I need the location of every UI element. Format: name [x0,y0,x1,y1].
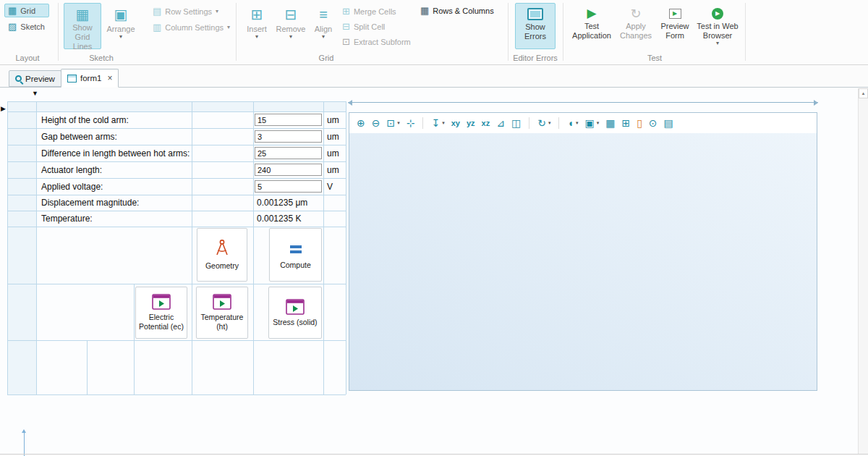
sketch-icon: ▨ [8,22,17,31]
zoom-in-icon[interactable]: ⊕ [357,117,365,129]
tab-form1[interactable]: form1 × [61,69,119,88]
height-cold-arm-input[interactable] [255,114,322,126]
gap-between-arms-input[interactable] [255,130,322,143]
field-label: Actuator length: [41,161,102,178]
tab-close-icon[interactable]: × [107,73,112,83]
status-bar-divider [0,454,868,455]
row-marker-icon[interactable]: ▶ [1,106,6,112]
zoom-extents-icon[interactable]: ⊹ [407,117,415,129]
align-button[interactable]: ≡ Align ▾ [310,3,337,49]
electric-potential-button[interactable]: Electric Potential (ec) [135,287,187,339]
play-sound-icon[interactable]: ◖ [567,117,573,129]
merge-cells-icon: ⊞ [342,7,350,16]
view-xy-icon[interactable]: xy [451,119,460,127]
group-separator [563,3,563,61]
show-grid-icon[interactable]: ▦ [605,117,615,129]
rotate-icon[interactable]: ↻ [537,117,546,129]
ribbon: ▦ Grid ▨ Sketch Layout ▦ Show Grid Lines… [0,0,868,65]
rows-columns-label: Rows & Columns [433,7,493,15]
scroll-up-button[interactable]: ▴ [859,88,868,98]
form-icon [67,75,77,83]
tab-preview[interactable]: Preview [9,70,61,87]
rows-columns-icon: ▦ [420,6,429,15]
graphics-width-indicator [348,102,818,103]
tab-bar: Preview form1 × [0,65,868,88]
extract-subform-button[interactable]: ⊡ Extract Subform [339,35,424,48]
sketch-group-label: Sketch [61,54,141,62]
grid-mode-button[interactable]: ▦ Grid [4,4,49,17]
show-grid-lines-icon: ▦ [76,6,90,23]
row-settings-dropdown-icon: ▾ [216,8,218,14]
snapshot-icon[interactable]: ⊙ [649,117,658,129]
view-yz-icon[interactable]: yz [467,119,475,127]
row-settings-button[interactable]: ▤ Row Settings ▾ [149,4,230,18]
applied-voltage-input[interactable] [255,180,322,193]
print-icon[interactable]: ▤ [664,117,673,129]
toolbar-separator [422,117,423,129]
stress-button[interactable]: Stress (solid) [268,287,322,339]
split-cell-label: Split Cell [354,22,385,31]
remove-dropdown-icon: ▾ [289,34,292,40]
column-marker-icon[interactable]: ▼ [32,90,38,97]
field-label: Applied voltage: [41,178,103,195]
column-settings-button[interactable]: ▥ Column Settings ▾ [149,20,237,34]
apply-changes-button[interactable]: ↻ Apply Changes [616,3,655,49]
group-separator [745,3,746,61]
default-view-dropdown-icon[interactable]: ▾ [442,120,445,126]
split-cell-button[interactable]: ⊟ Split Cell [339,20,411,33]
plot-window-icon [152,294,171,310]
group-separator [508,3,509,61]
zoom-out-icon[interactable]: ⊖ [372,117,380,129]
show-errors-icon [527,8,543,20]
show-errors-button[interactable]: Show Errors [515,3,556,49]
field-label: Gap between arms: [41,128,117,145]
zoom-box-icon[interactable]: ⊡ [386,117,395,129]
show-grid-lines-label: Show Grid Lines [64,23,101,51]
group-separator [58,3,59,61]
merge-cells-button[interactable]: ⊞ Merge Cells [339,4,411,18]
equals-icon [287,240,305,258]
graphics-canvas[interactable] [349,133,817,390]
go-to-default-view-icon[interactable]: ↧ [431,117,440,129]
view-axonometric-icon[interactable]: ⊿ [496,117,505,129]
grid-group-label: Grid [286,54,366,62]
show-errors-label: Show Errors [516,22,555,41]
color-legend-icon[interactable]: ▯ [637,117,642,129]
group-separator [236,3,237,61]
split-cell-icon: ⊟ [342,22,350,31]
insert-button[interactable]: ⊞ Insert ▾ [242,3,272,49]
test-in-web-browser-icon: ▶ [712,8,723,20]
rotate-dropdown-icon[interactable]: ▾ [548,120,551,126]
temperature-button-label: Temperature (ht) [197,313,247,331]
zoom-box-dropdown-icon[interactable]: ▾ [397,120,400,126]
apply-changes-label: Apply Changes [617,22,655,41]
scene-dropdown-icon[interactable]: ▾ [597,120,600,126]
actuator-length-input[interactable] [255,164,322,176]
rows-columns-button[interactable]: ▦ Rows & Columns [417,4,505,17]
table-annotation-icon[interactable]: ⊞ [621,117,630,129]
scene-options-icon[interactable]: ▣ [584,117,594,129]
hot-arm-length-difference-input[interactable] [255,147,322,159]
sketch-mode-label: Sketch [20,22,45,31]
align-dropdown-icon: ▾ [322,34,325,40]
view-xz-icon[interactable]: xz [482,119,490,127]
remove-button[interactable]: ⊟ Remove ▾ [274,3,307,49]
sound-dropdown-icon[interactable]: ▾ [576,120,579,126]
preview-form-label: Preview Form [658,22,692,41]
arrange-button[interactable]: ▣ Arrange ▾ [104,3,137,49]
temperature-value: 0.001235 K [257,211,301,227]
row-height-indicator[interactable] [24,430,25,456]
preview-form-button[interactable]: ▶ Preview Form [657,3,693,49]
column-settings-dropdown-icon: ▾ [227,24,230,30]
vertical-scrollbar[interactable]: ▴ [858,88,868,454]
compute-button[interactable]: Compute [269,228,322,282]
temperature-button[interactable]: Temperature (ht) [196,287,248,339]
grid-mode-label: Grid [20,7,35,15]
sketch-mode-button[interactable]: ▨ Sketch [4,20,49,33]
geometry-button[interactable]: Geometry [197,228,247,282]
show-grid-lines-button[interactable]: ▦ Show Grid Lines [64,3,101,49]
extract-subform-label: Extract Subform [354,38,411,46]
show-axis-icon[interactable]: ◫ [511,117,521,129]
test-application-button[interactable]: ▶ Test Application [569,3,615,49]
test-in-web-browser-button[interactable]: ▶ Test in Web Browser ▾ [694,3,741,49]
